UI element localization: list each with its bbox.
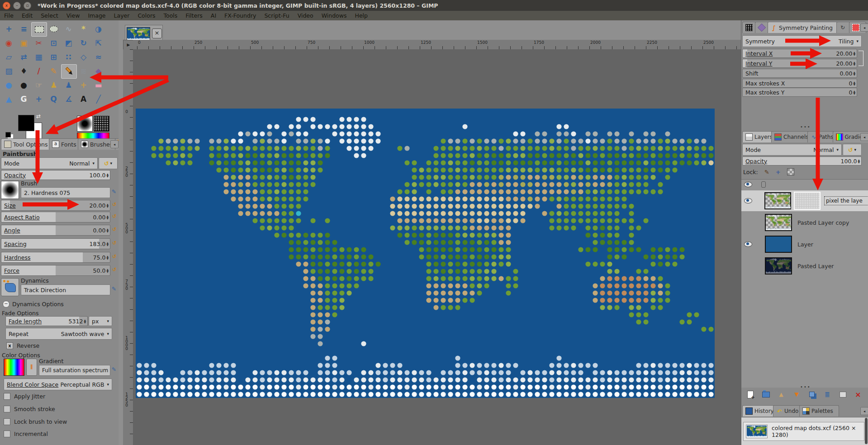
- incremental-checkbox[interactable]: Incremental: [4, 431, 48, 437]
- free-select-tool[interactable]: ∿: [61, 22, 76, 36]
- rotate-tool[interactable]: ↻: [76, 36, 91, 50]
- menu-file[interactable]: File: [0, 11, 18, 20]
- menu-select[interactable]: Select: [37, 11, 62, 20]
- size-slider-spinner[interactable]: ▲▼: [106, 203, 109, 208]
- measure-tool[interactable]: ∡: [61, 92, 76, 106]
- menu-layer[interactable]: Layer: [110, 11, 134, 20]
- fuzzy-select-tool[interactable]: *: [76, 22, 91, 36]
- pattern-preview[interactable]: [94, 116, 109, 132]
- gradient-reverse-button[interactable]: 𝄃: [26, 359, 37, 376]
- layer-row[interactable]: Pasted Layer: [741, 256, 868, 276]
- ellipse-select-tool[interactable]: [46, 22, 61, 36]
- spacing-slider[interactable]: Spacing183.0▲▼: [1, 238, 110, 249]
- move-tool[interactable]: +: [1, 22, 16, 36]
- menu-help[interactable]: Help: [351, 11, 372, 20]
- checkbox-icon[interactable]: [4, 393, 10, 400]
- mypaint-brush-tool[interactable]: /: [31, 64, 46, 78]
- symmetry-mode-select[interactable]: SymmetryTiling▾: [742, 35, 862, 47]
- dock-collapse-icon[interactable]: ◂: [860, 24, 868, 32]
- reverse-checkbox[interactable]: xReverse: [6, 342, 39, 349]
- shear-tool[interactable]: ▱: [1, 50, 16, 64]
- menu-edit[interactable]: Edit: [18, 11, 37, 20]
- edit-dynamics-icon[interactable]: ✎: [112, 286, 116, 292]
- fade-length-slider[interactable]: Fade length5312▲▼: [5, 316, 88, 326]
- image-canvas[interactable]: [136, 109, 715, 398]
- mode-switch-button[interactable]: ↺▾: [99, 157, 118, 169]
- reset-spacing-icon[interactable]: ↺: [112, 240, 116, 246]
- dynamics-icon[interactable]: [1, 278, 19, 296]
- gradient-tool[interactable]: ◆: [91, 64, 106, 78]
- add-mask-button[interactable]: [836, 389, 849, 400]
- vertical-ruler[interactable]: 025050075010001250: [123, 49, 133, 445]
- spacing-slider-spinner[interactable]: ▲▼: [106, 241, 109, 246]
- brush-preview[interactable]: [77, 116, 93, 132]
- tab-tool-options[interactable]: Tool Options: [1, 138, 54, 150]
- chain-icon[interactable]: [761, 181, 766, 188]
- menu-windows[interactable]: Windows: [318, 11, 351, 20]
- 3d-transform-tool[interactable]: ▦: [31, 50, 46, 64]
- menu-filters[interactable]: Filters: [181, 11, 206, 20]
- reset-force-icon[interactable]: ↺: [112, 267, 116, 273]
- dock-collapse-icon[interactable]: ◂: [860, 133, 868, 141]
- layer-name[interactable]: Pasted Layer copy: [797, 219, 849, 226]
- size-slider[interactable]: Size20.00▲▼: [1, 200, 110, 211]
- menu-view[interactable]: View: [62, 11, 84, 20]
- interval-x-slider[interactable]: Interval X20.00▲▼: [742, 49, 857, 58]
- menu-video[interactable]: Video: [294, 11, 318, 20]
- layer-name[interactable]: Pasted Layer: [797, 263, 834, 270]
- max-strokes-y-slider-spinner[interactable]: ▲▼: [853, 90, 855, 95]
- reset-angle-icon[interactable]: ↺: [112, 227, 116, 232]
- checkbox-icon[interactable]: [4, 418, 10, 425]
- layer-thumbnail[interactable]: [764, 192, 791, 209]
- foreground-color-swatch[interactable]: [18, 115, 34, 131]
- foreground-select-tool[interactable]: ▣: [16, 36, 31, 50]
- smooth-stroke-checkbox[interactable]: Smooth stroke: [4, 406, 55, 412]
- collapse-icon[interactable]: −: [3, 301, 9, 308]
- zoom-tool[interactable]: Q: [46, 92, 61, 106]
- edit-gradient-icon[interactable]: ✎: [112, 366, 116, 373]
- layer-name[interactable]: Layer: [797, 241, 813, 248]
- lock-alpha-icon[interactable]: [787, 168, 794, 175]
- layer-thumbnail[interactable]: [765, 236, 792, 253]
- history-scrollbar[interactable]: [865, 418, 868, 444]
- blend-color-space-select[interactable]: Blend Color SpacePerceptual RGB▾: [4, 379, 112, 390]
- interval-x-slider-spinner[interactable]: ▲▼: [853, 51, 855, 56]
- minimize-window-button[interactable]: –: [13, 2, 21, 9]
- shift-slider[interactable]: Shift0.00▲▼: [742, 69, 857, 78]
- edit-brush-icon[interactable]: ✎: [112, 189, 116, 195]
- ruler-corner-button[interactable]: ▶: [123, 40, 134, 50]
- shift-slider-spinner[interactable]: ▲▼: [853, 71, 855, 76]
- color-picker-tool[interactable]: ╱: [91, 92, 106, 106]
- close-image-icon[interactable]: ×: [152, 28, 162, 38]
- layer-opacity-slider[interactable]: Opacity100.0▲▼: [742, 156, 862, 166]
- reset-hardness-icon[interactable]: ↺: [112, 254, 116, 260]
- menu-colors[interactable]: Colors: [133, 11, 159, 20]
- max-strokes-y-slider[interactable]: Max strokes Y0▲▼: [742, 88, 857, 97]
- interval-y-slider[interactable]: Interval Y20.00▲▼: [742, 59, 857, 68]
- airbrush-tool[interactable]: ≋: [76, 64, 91, 78]
- layer-opacity-slider-spinner[interactable]: ▲▼: [858, 159, 860, 163]
- brush-thumbnail[interactable]: [1, 181, 19, 199]
- cage-transform-tool[interactable]: ◇: [76, 50, 91, 64]
- opacity-slider-spinner[interactable]: ▲▼: [106, 173, 109, 177]
- layer-row[interactable]: pixel the laye: [741, 190, 868, 211]
- chain-link-icon[interactable]: [859, 51, 863, 66]
- layer-row[interactable]: Layer: [741, 234, 868, 255]
- mode-row[interactable]: ModeNormal▾: [1, 157, 98, 169]
- dock-collapse-icon[interactable]: ◂: [860, 407, 868, 415]
- duplicate-layer-button[interactable]: [806, 389, 818, 400]
- clone-tool[interactable]: ♟: [46, 78, 61, 92]
- force-slider-spinner[interactable]: ▲▼: [106, 268, 109, 273]
- lock-position-icon[interactable]: +: [776, 169, 781, 175]
- bucket-fill-tool[interactable]: ▨: [1, 64, 16, 78]
- new-group-button[interactable]: [759, 389, 772, 400]
- crop-tool[interactable]: ⊡: [46, 36, 61, 50]
- lock-paint-icon[interactable]: ✎: [764, 169, 769, 175]
- close-window-button[interactable]: x: [3, 2, 10, 9]
- heal-tool[interactable]: +: [76, 78, 91, 92]
- brush-name-field[interactable]: 2. Hardness 075: [21, 187, 110, 198]
- select-by-color-tool[interactable]: ◑: [91, 22, 106, 36]
- interval-y-slider-spinner[interactable]: ▲▼: [853, 61, 855, 66]
- scissors-tool[interactable]: ✂: [31, 36, 46, 50]
- menu-ai[interactable]: AI: [207, 11, 220, 20]
